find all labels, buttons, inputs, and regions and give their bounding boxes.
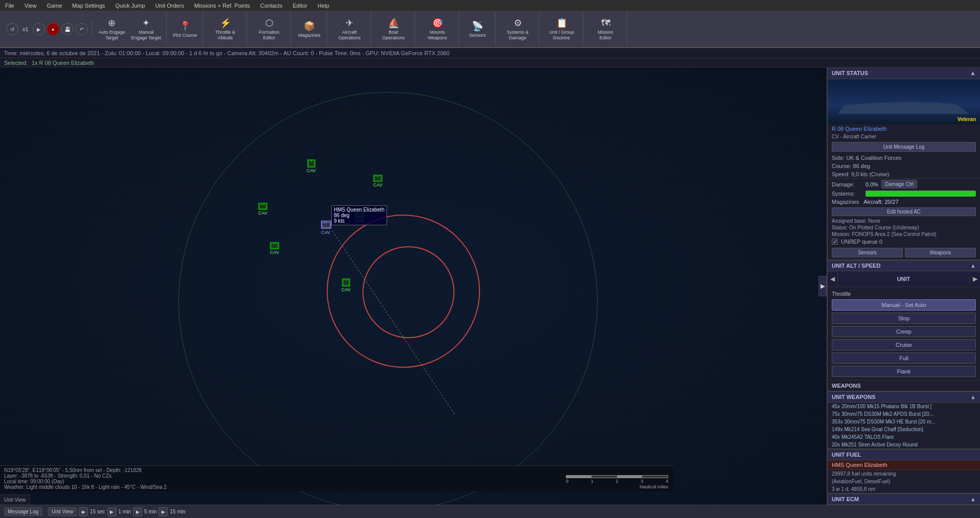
- menu-contacts[interactable]: Contacts: [255, 2, 287, 10]
- save-button[interactable]: 💾: [61, 23, 74, 35]
- boat-ops-icon: ⛵: [388, 17, 399, 29]
- menu-quick-jump[interactable]: Quick Jump: [110, 2, 150, 10]
- mission-editor-icon: 🗺: [601, 18, 610, 29]
- cav-lower-left-icon: [270, 242, 279, 249]
- menu-file[interactable]: File: [0, 2, 19, 10]
- alt-speed-collapse[interactable]: ▲: [970, 263, 976, 269]
- weapon-item-3[interactable]: 353x 30mm/75 DS30M Mk3 HE Burst [20 m...: [828, 418, 980, 426]
- throttle-creep-btn[interactable]: Creep: [832, 326, 976, 337]
- main-layout: CAV CAV CAV CAV HMS Queen Elizabet: [0, 67, 980, 505]
- hms-queen-elizabeth-marker[interactable]: HMS Queen Elizabeth 86 deg 9 kts CAV: [321, 221, 331, 235]
- veteran-badge: Veteran: [958, 116, 976, 122]
- auto-engage-icon: ⊕: [108, 17, 116, 29]
- weapon-item-6[interactable]: 20x Mk251 Siren Active Decoy Round: [828, 441, 980, 449]
- damage-ctrl-button[interactable]: Damage Ctrl: [881, 180, 917, 189]
- map-area[interactable]: CAV CAV CAV CAV HMS Queen Elizabet: [0, 67, 827, 505]
- unit-group-doctrine-button[interactable]: 📋 Unit / GroupDoctrine: [542, 13, 581, 45]
- manual-engage-button[interactable]: ✦ ManualEngage Target: [128, 13, 164, 45]
- aircraft-ops-label: AircraftOperations: [338, 30, 361, 41]
- weapons-panel-button[interactable]: Weapons: [905, 248, 976, 257]
- edit-hosted-ac-button[interactable]: Edit hosted AC: [832, 207, 976, 216]
- throttle-label: Throttle &Altitude: [215, 30, 235, 41]
- expand-panel-button[interactable]: ▶: [818, 276, 827, 296]
- scale-line-graphic: [566, 475, 668, 478]
- menu-editor[interactable]: Editor: [287, 2, 312, 10]
- damage-val: 0.0%: [865, 181, 878, 187]
- cav-top-right-label: CAV: [373, 182, 382, 187]
- sensors-icon: 📡: [472, 20, 483, 32]
- cav-unit-top-right[interactable]: CAV: [373, 175, 382, 187]
- col-arrow-right[interactable]: ▶: [970, 271, 980, 287]
- col-arrow-left[interactable]: ◀: [828, 271, 838, 287]
- cav-unit-lower-left[interactable]: CAV: [270, 242, 279, 255]
- formation-label: FormationEditor: [259, 30, 280, 41]
- menu-view[interactable]: View: [19, 2, 42, 10]
- message-log-tab[interactable]: Message Log: [4, 507, 42, 516]
- mission-row: Mission: FONOPS Area 2 (Sea Control Patr…: [828, 231, 980, 238]
- unit-status-collapse[interactable]: ▲: [970, 69, 976, 77]
- unit-ecm-collapse[interactable]: ▲: [970, 496, 976, 502]
- side-info: Side: UK & Coalition Forces: [828, 154, 980, 162]
- aircraft-ops-button[interactable]: ✈ AircraftOperations: [330, 13, 369, 45]
- mounts-weapons-button[interactable]: 🎯 MountsWeapons: [418, 13, 457, 45]
- play-5min-btn[interactable]: ▶: [133, 507, 142, 516]
- weapon-item-1[interactable]: 45x 20mm/100 Mk15 Phalanx Blk 1B Burst [: [828, 403, 980, 410]
- alt-speed-header: UNIT ALT / SPEED ▲: [828, 260, 980, 271]
- throttle-flank-btn[interactable]: Flank: [832, 366, 976, 377]
- cav-left-icon: [258, 203, 267, 210]
- menu-unit-orders[interactable]: Unit Orders: [150, 2, 189, 10]
- loop-button[interactable]: ↺: [6, 23, 18, 35]
- hms-bearing-text: 86 deg: [334, 213, 384, 218]
- unit-status-title: UNIT STATUS: [832, 70, 868, 76]
- undo-button[interactable]: ↶: [76, 23, 88, 35]
- weapon-item-4[interactable]: 149x Mk214 Sea Gnat Chaff [Seduction]: [828, 426, 980, 433]
- unit-name-link[interactable]: R 08 Queen Elizabeth: [828, 124, 980, 133]
- mission-editor-button[interactable]: 🗺 MissionEditor: [586, 13, 625, 45]
- formation-button[interactable]: ⬡ FormationEditor: [250, 13, 288, 45]
- sensors-panel-button[interactable]: Sensors: [832, 248, 903, 257]
- cav-unit-top[interactable]: CAV: [307, 159, 316, 173]
- unit-weapons-collapse[interactable]: ▲: [970, 394, 976, 400]
- unit-view-btn[interactable]: Unit View: [48, 507, 77, 516]
- time-15min: 15 min: [170, 509, 185, 514]
- throttle-full-btn[interactable]: Full: [832, 352, 976, 364]
- plot-course-button[interactable]: 📍 Plot Course: [170, 13, 200, 45]
- message-log-button[interactable]: Unit View: [0, 495, 30, 505]
- play-button[interactable]: ▶: [33, 23, 45, 35]
- selected-label: Selected:: [4, 60, 28, 66]
- throttle-manual-btn[interactable]: Manual - Set Auto: [832, 299, 976, 311]
- play-15sec-btn[interactable]: ▶: [79, 507, 88, 516]
- hms-icon: [321, 221, 331, 229]
- unit-message-log-button[interactable]: Unit Message Log: [832, 142, 976, 152]
- throttle-group: ⚡ Throttle &Altitude: [204, 12, 247, 46]
- sensors-button[interactable]: 📡 Sensors: [462, 13, 493, 45]
- boat-ops-button[interactable]: ⛵ BoatOperations: [374, 13, 413, 45]
- throttle-button[interactable]: ⚡ Throttle &Altitude: [206, 13, 244, 45]
- weapon-item-5[interactable]: 40x Mk245A2 TALOS Flare: [828, 433, 980, 441]
- weapon-item-2[interactable]: 75x 30mm/75 DS30M Mk2 APDS Burst [20...: [828, 410, 980, 418]
- play-1min-btn[interactable]: ▶: [107, 507, 117, 516]
- unit-image-area: Veteran: [828, 79, 980, 124]
- unit-group-doctrine-label: Unit / GroupDoctrine: [549, 30, 574, 41]
- systems-damage-button[interactable]: ⚙ Systems &Damage: [498, 13, 537, 45]
- record-button[interactable]: ●: [47, 23, 59, 35]
- cav-unit-left[interactable]: CAV: [258, 203, 267, 216]
- throttle-cruise-btn[interactable]: Cruise: [832, 339, 976, 350]
- magazines-icon: 📦: [304, 20, 315, 32]
- menu-help[interactable]: Help: [312, 2, 334, 10]
- throttle-stop-btn[interactable]: Stop: [832, 313, 976, 324]
- menu-game[interactable]: Game: [41, 2, 67, 10]
- cav-lower-left-label: CAV: [270, 250, 279, 255]
- cav-unit-bottom[interactable]: CAV: [341, 278, 351, 292]
- playback-controls: ↺ x1 ▶ ● 💾 ↶: [2, 21, 93, 37]
- menu-map-settings[interactable]: Map Settings: [67, 2, 110, 10]
- throttle-label: Throttle: [832, 289, 976, 298]
- fuel-unit-row[interactable]: HMS Queen Elizabeth: [828, 460, 980, 470]
- plot-course-group: 📍 Plot Course: [168, 12, 203, 46]
- magazines-row: Magazines Aircraft: 20/27: [828, 198, 980, 206]
- menu-missions[interactable]: Missions + Ref. Points: [189, 2, 255, 10]
- magazines-button[interactable]: 📦 Magazines: [294, 13, 325, 45]
- auto-engage-button[interactable]: ⊕ Auto EngageTarget: [96, 13, 128, 45]
- unrep-checkbox[interactable]: ✓: [832, 239, 838, 245]
- play-15min-btn[interactable]: ▶: [158, 507, 168, 516]
